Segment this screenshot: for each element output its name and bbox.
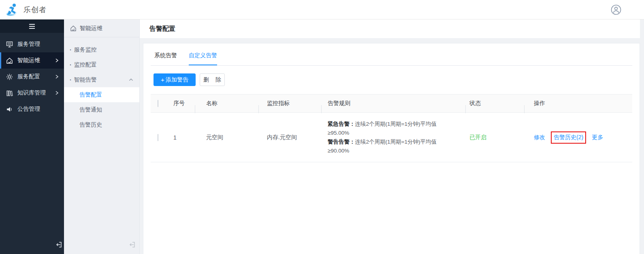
main-content: 告警配置 系统告警 自定义告警 + 添加警告 删 除 序号 名称 监控指标 <box>140 19 644 254</box>
cell-rules: 紧急告警：连续2个周期(1周期=1分钟)平均值 ≥95.00% 警告告警：连续2… <box>321 120 465 155</box>
submenu-item-label: 监控配置 <box>74 61 97 69</box>
submenu-item-label: 告警通知 <box>79 106 102 114</box>
bullet: · <box>70 47 72 53</box>
chevron-right-icon <box>54 74 59 79</box>
submenu-item-label: 告警配置 <box>79 91 102 99</box>
rule-critical: 紧急告警：连续2个周期(1周期=1分钟)平均值 <box>328 120 465 129</box>
monitor-icon <box>6 41 13 48</box>
collapse-left-icon <box>129 241 136 248</box>
user-avatar-button[interactable] <box>611 4 621 15</box>
sidebar-item-announcement[interactable]: 公告管理 <box>0 101 64 117</box>
submenu-item-label: 智能告警 <box>74 76 97 84</box>
app-window: 乐创者 服务管理 <box>0 0 644 254</box>
alert-history-highlight-box: 告警历史(2) <box>551 131 586 144</box>
bullet: · <box>70 62 72 68</box>
content-card: 系统告警 自定义告警 + 添加警告 删 除 序号 名称 监控指标 告警规则 状态 <box>143 43 640 254</box>
sidebar-item-label: 服务管理 <box>17 41 40 48</box>
speaker-icon <box>6 106 13 113</box>
page-title-bar: 告警配置 <box>140 19 640 38</box>
table-row: 1 元空间 内存.元空间 紧急告警：连续2个周期(1周期=1分钟)平均值 ≥95… <box>151 113 632 162</box>
home-wrench-icon <box>70 25 77 32</box>
submenu-item-monitor-config[interactable]: · 监控配置 <box>64 57 139 72</box>
submenu-item-label: 告警历史 <box>79 121 102 129</box>
sidebar-collapse-button[interactable] <box>55 241 63 248</box>
primary-sidebar: 服务管理 智能运维 服务配置 <box>0 19 64 254</box>
books-icon <box>6 90 13 97</box>
home-wrench-icon <box>6 57 13 64</box>
add-alert-button[interactable]: + 添加警告 <box>154 73 196 86</box>
sidebar-item-label: 服务配置 <box>17 73 40 80</box>
sidebar-item-label: 知识库管理 <box>17 89 46 97</box>
collapse-left-icon <box>55 241 63 248</box>
col-rules: 告警规则 <box>321 100 465 107</box>
submenu-item-label: 服务监控 <box>74 46 97 54</box>
sidebar-item-label: 公告管理 <box>17 105 40 113</box>
caret-up-icon <box>128 77 134 82</box>
chevron-right-icon <box>54 90 59 95</box>
submenu-title: 智能运维 <box>80 25 102 32</box>
sidebar-item-service-management[interactable]: 服务管理 <box>0 36 64 52</box>
scroll-gutter <box>640 39 644 254</box>
submenu-header: 智能运维 <box>64 19 139 37</box>
top-header: 乐创者 <box>0 0 644 19</box>
more-link[interactable]: 更多 <box>592 134 603 141</box>
rule-warning-threshold: ≥90.00% <box>328 146 465 155</box>
row-checkbox[interactable] <box>158 134 158 141</box>
sidebar-item-label: 智能运维 <box>17 57 40 64</box>
plus-icon: + <box>161 76 164 83</box>
tab-bar: 系统告警 自定义告警 <box>151 43 632 66</box>
tab-custom-alert[interactable]: 自定义告警 <box>189 52 217 65</box>
user-circle-icon <box>611 4 621 15</box>
col-index: 序号 <box>169 100 195 107</box>
bullet: · <box>70 77 72 83</box>
alert-history-link[interactable]: 告警历史(2) <box>554 134 583 140</box>
cell-index: 1 <box>169 134 195 141</box>
brand-name: 乐创者 <box>23 5 47 15</box>
rule-critical-threshold: ≥95.00% <box>328 129 465 138</box>
sidebar-item-intelligent-ops[interactable]: 智能运维 <box>0 52 64 69</box>
rule-warning: 警告告警：连续2个周期(1周期=1分钟)平均值 <box>328 138 465 146</box>
modify-link[interactable]: 修改 <box>534 134 545 141</box>
submenu-item-intelligent-alert[interactable]: · 智能告警 <box>64 72 139 87</box>
sidebar-item-knowledge-base[interactable]: 知识库管理 <box>0 85 64 101</box>
gear-icon <box>6 73 13 80</box>
submenu-item-service-monitor[interactable]: · 服务监控 <box>64 42 139 57</box>
submenu-item-alert-config[interactable]: 告警配置 <box>64 87 139 102</box>
tab-system-alert[interactable]: 系统告警 <box>154 52 177 65</box>
sidebar-toggle-button[interactable] <box>0 19 64 33</box>
cell-name: 元空间 <box>195 134 258 141</box>
menu-icon <box>28 24 36 29</box>
secondary-sidebar: 智能运维 · 服务监控 · 监控配置 · 智能告警 告警配置 告警通 <box>64 19 140 254</box>
status-badge: 已开启 <box>469 134 486 140</box>
add-alert-label: 添加警告 <box>166 76 188 84</box>
submenu-item-alert-history[interactable]: 告警历史 <box>64 117 139 132</box>
submenu-collapse-button[interactable] <box>129 241 136 248</box>
page-title: 告警配置 <box>149 25 175 33</box>
submenu-item-alert-notify[interactable]: 告警通知 <box>64 102 139 117</box>
sidebar-item-service-config[interactable]: 服务配置 <box>0 69 64 85</box>
alert-table: 序号 名称 监控指标 告警规则 状态 操作 1 元空间 内存.元空间 紧急告警：… <box>151 94 632 162</box>
brand-logo-icon <box>5 2 20 17</box>
col-status: 状态 <box>465 100 524 107</box>
col-name: 名称 <box>195 100 258 107</box>
row-actions: 修改 告警历史(2) 更多 <box>534 131 632 144</box>
table-header: 序号 名称 监控指标 告警规则 状态 操作 <box>151 94 632 113</box>
col-actions: 操作 <box>524 100 632 107</box>
cell-metric: 内存.元空间 <box>258 134 321 141</box>
toolbar: + 添加警告 删 除 <box>151 73 632 86</box>
select-all-checkbox[interactable] <box>158 100 158 107</box>
delete-button[interactable]: 删 除 <box>200 73 225 86</box>
chevron-right-icon <box>54 58 59 63</box>
col-metric: 监控指标 <box>258 100 321 107</box>
